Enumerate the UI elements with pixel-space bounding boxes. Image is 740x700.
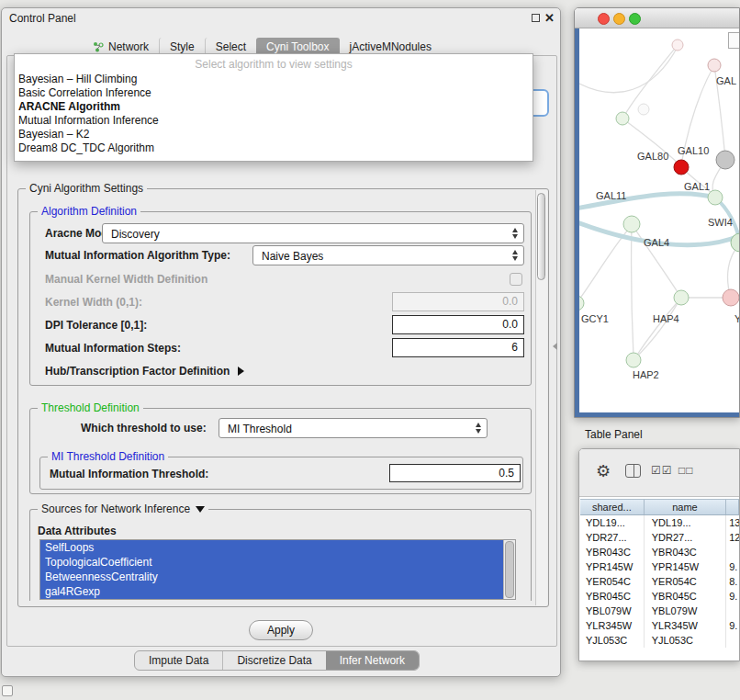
network-view-window: GAL GAL80 GAL10 GAL11 GAL1 SWI4 GAL4 GCY… bbox=[574, 7, 740, 418]
network-node-green[interactable] bbox=[616, 112, 629, 125]
network-node-green[interactable] bbox=[579, 296, 584, 310]
table-row[interactable]: YDL19...YDL19...13 bbox=[580, 515, 739, 530]
mi-steps-field[interactable]: 6 bbox=[392, 338, 524, 357]
mi-type-combo[interactable]: Naive Bayes bbox=[252, 245, 524, 265]
popup-placeholder: Select algorithm to view settings bbox=[15, 57, 533, 73]
kernel-width-label: Kernel Width (0,1): bbox=[45, 292, 142, 312]
table-row[interactable]: YBR045CYBR045C9. bbox=[580, 589, 739, 604]
network-scrollbar-fragment[interactable] bbox=[728, 32, 740, 49]
expand-right-icon[interactable] bbox=[238, 367, 244, 376]
mi-type-label: Mutual Information Algorithm Type: bbox=[45, 245, 230, 265]
which-threshold-combo[interactable]: MI Threshold bbox=[219, 418, 488, 438]
network-node-labels: GAL GAL80 GAL10 GAL11 GAL1 SWI4 GAL4 GCY… bbox=[581, 75, 740, 380]
control-panel-window: Control Panel ✕ Network Style Select Cyn… bbox=[1, 7, 561, 677]
network-node-green[interactable] bbox=[623, 216, 640, 232]
tab-infer-network[interactable]: Infer Network bbox=[326, 651, 419, 670]
minimize-traffic-light[interactable] bbox=[613, 13, 625, 25]
popup-item-mutual-information[interactable]: Mutual Information Inference bbox=[15, 114, 533, 128]
mi-threshold-field[interactable]: 0.5 bbox=[389, 464, 521, 482]
table-panel-window: ⚙ ☑☑ □□ shared... name YDL19...YDL19...1… bbox=[578, 448, 740, 661]
table-row[interactable]: YPR145WYPR145W9. bbox=[580, 559, 739, 574]
checked-boxes-icon[interactable]: ☑☑ bbox=[651, 464, 673, 477]
table-row[interactable]: YBL079WYBL079W bbox=[580, 604, 739, 618]
table-panel-label: Table Panel bbox=[585, 428, 643, 441]
gear-icon[interactable]: ⚙ bbox=[596, 461, 611, 481]
dpi-tolerance-label: DPI Tolerance [0,1]: bbox=[45, 315, 147, 335]
zoom-traffic-light[interactable] bbox=[629, 13, 641, 25]
network-graph: GAL GAL80 GAL10 GAL11 GAL1 SWI4 GAL4 GCY… bbox=[579, 28, 740, 414]
network-node-pink[interactable] bbox=[723, 289, 739, 306]
mi-threshold-label: Mutual Information Threshold: bbox=[50, 464, 208, 484]
table-header-row: shared... name bbox=[580, 499, 739, 515]
panel-collapse-handle-icon[interactable] bbox=[553, 343, 557, 350]
popup-item-basic-correlation[interactable]: Basic Correlation Inference bbox=[15, 86, 533, 100]
manual-kernel-checkbox[interactable] bbox=[510, 273, 522, 286]
apply-button[interactable]: Apply bbox=[249, 620, 313, 640]
settings-scrollbar-track[interactable] bbox=[535, 190, 547, 605]
list-item[interactable]: BetweennessCentrality bbox=[40, 570, 503, 584]
network-node-pale[interactable] bbox=[672, 40, 683, 51]
column-header-cut[interactable] bbox=[726, 500, 739, 514]
popup-item-dream8[interactable]: Dream8 DC_TDC Algorithm bbox=[15, 141, 533, 155]
cyni-algorithm-settings-group: Cyni Algorithm Settings Algorithm Defini… bbox=[17, 188, 549, 607]
data-attributes-list[interactable]: SelfLoops TopologicalCoefficient Between… bbox=[39, 539, 516, 600]
sources-group: Sources for Network Inference Data Attri… bbox=[29, 509, 532, 601]
network-node-label: Y bbox=[734, 313, 740, 324]
restore-window-icon[interactable] bbox=[532, 14, 540, 22]
network-node-label: HAP2 bbox=[633, 369, 659, 380]
network-node-pale[interactable] bbox=[638, 104, 649, 115]
kernel-width-field[interactable]: 0.0 bbox=[392, 292, 524, 311]
table-row[interactable]: YER054CYER054C8. bbox=[580, 574, 739, 589]
aracne-mode-combo[interactable]: Discovery bbox=[102, 223, 524, 243]
window-title: Control Panel bbox=[9, 12, 76, 25]
table-row[interactable]: YDR27...YDR27...12 bbox=[580, 530, 739, 545]
network-node-green[interactable] bbox=[708, 190, 723, 205]
list-item[interactable]: gal4RGexp bbox=[40, 584, 503, 599]
manual-kernel-label: Manual Kernel Width Definition bbox=[45, 269, 207, 289]
list-scrollbar-thumb[interactable] bbox=[505, 541, 514, 598]
sources-expander[interactable]: Sources for Network Inference bbox=[38, 502, 208, 516]
network-icon bbox=[93, 41, 104, 52]
algorithm-definition-group: Algorithm Definition Aracne Mode: Discov… bbox=[29, 211, 532, 386]
tab-discretize-data[interactable]: Discretize Data bbox=[222, 651, 325, 670]
columns-icon[interactable] bbox=[625, 464, 641, 478]
dpi-tolerance-field[interactable]: 0.0 bbox=[392, 315, 524, 334]
network-node-label: GAL10 bbox=[678, 145, 709, 156]
threshold-definition-group: Threshold Definition Which threshold to … bbox=[29, 408, 532, 494]
settings-scrollbar-thumb[interactable] bbox=[537, 193, 545, 280]
unchecked-boxes-icon[interactable]: □□ bbox=[678, 464, 694, 477]
popup-item-bayesian-hill-climbing[interactable]: Bayesian – Hill Climbing bbox=[15, 73, 533, 86]
network-node-red-selected[interactable] bbox=[674, 160, 689, 175]
list-scrollbar-track[interactable] bbox=[503, 540, 515, 599]
mi-steps-label: Mutual Information Steps: bbox=[45, 338, 181, 358]
column-header-shared[interactable]: shared... bbox=[580, 500, 645, 514]
list-item[interactable]: SelfLoops bbox=[40, 540, 503, 555]
list-item[interactable]: TopologicalCoefficient bbox=[40, 555, 503, 570]
hub-definition-expander[interactable]: Hub/Transcription Factor Definition bbox=[45, 361, 244, 381]
algorithm-dropdown-popup: Select algorithm to view settings Bayesi… bbox=[14, 53, 533, 162]
popup-item-bayesian-k2[interactable]: Bayesian – K2 bbox=[15, 128, 533, 141]
popup-item-aracne[interactable]: ARACNE Algorithm bbox=[15, 100, 533, 114]
network-node-gray[interactable] bbox=[716, 151, 734, 169]
network-node-label: GAL4 bbox=[644, 237, 669, 248]
desktop: Control Panel ✕ Network Style Select Cyn… bbox=[0, 0, 740, 700]
close-traffic-light[interactable] bbox=[598, 13, 610, 25]
network-node-label: GCY1 bbox=[581, 313, 609, 324]
tab-impute-data[interactable]: Impute Data bbox=[135, 651, 222, 670]
network-window-titlebar bbox=[575, 8, 739, 28]
group-title: Cyni Algorithm Settings bbox=[26, 182, 147, 196]
column-header-name[interactable]: name bbox=[645, 500, 726, 514]
table-row[interactable]: YLR345WYLR345W9. bbox=[580, 618, 739, 633]
table-row[interactable]: YBR043CYBR043C bbox=[580, 545, 739, 559]
combo-arrows-icon bbox=[512, 250, 518, 261]
network-node-label: GAL80 bbox=[637, 151, 668, 162]
network-canvas[interactable]: GAL GAL80 GAL10 GAL11 GAL1 SWI4 GAL4 GCY… bbox=[575, 28, 739, 417]
network-node-green[interactable] bbox=[674, 290, 689, 305]
network-node-green[interactable] bbox=[626, 353, 641, 367]
collapse-down-icon[interactable] bbox=[196, 506, 205, 513]
table-row[interactable]: YJL053CYJL053C bbox=[580, 633, 739, 648]
desktop-corner-icon[interactable] bbox=[2, 685, 13, 696]
network-node-label: HAP4 bbox=[653, 313, 679, 324]
close-window-icon[interactable]: ✕ bbox=[544, 11, 555, 25]
network-node-gal-pink[interactable] bbox=[708, 59, 721, 72]
